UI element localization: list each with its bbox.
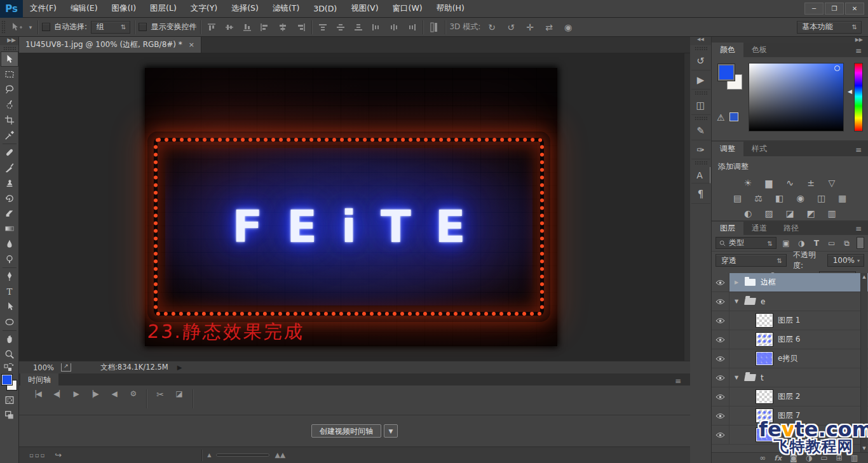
layer-row[interactable]	[712, 426, 868, 445]
timeline-type-dropdown[interactable]: ▼	[384, 424, 398, 438]
marquee-tool[interactable]	[1, 67, 18, 82]
align-left-icon[interactable]	[258, 20, 272, 34]
layer-thumbnail[interactable]	[756, 352, 773, 365]
layer-filtering-toggle[interactable]	[857, 237, 864, 249]
scroll-down-icon[interactable]: ▼	[862, 446, 865, 451]
layer-name[interactable]: t	[761, 373, 764, 382]
selective-color-icon[interactable]: ▥	[824, 207, 839, 219]
menu-3d[interactable]: 3D(D)	[306, 0, 344, 18]
pen-tool[interactable]	[1, 269, 18, 284]
layer-thumbnail[interactable]	[756, 314, 773, 327]
brightness-contrast-icon[interactable]: ☀	[740, 177, 756, 189]
auto-select-checkbox[interactable]	[42, 23, 50, 31]
layer-thumbnail[interactable]	[756, 333, 773, 346]
pasteboard[interactable]: FEiTE 23.静态效果完成	[19, 53, 690, 361]
minimize-button[interactable]: ─	[804, 3, 824, 15]
web-safe-color-swatch[interactable]	[729, 112, 738, 121]
layer-row[interactable]: 图层 2	[712, 387, 868, 406]
audio-toggle-icon[interactable]: ◀	[104, 389, 123, 398]
character-panel-icon[interactable]: A	[691, 167, 710, 184]
menu-layer[interactable]: 图层(L)	[143, 0, 184, 18]
path-selection-tool[interactable]	[1, 299, 18, 314]
3d-rotate-icon[interactable]: ↻	[484, 22, 499, 32]
history-brush-tool[interactable]	[1, 191, 18, 206]
tools-collapse-icon[interactable]: ▶▶	[0, 37, 18, 45]
quick-selection-tool[interactable]	[1, 97, 18, 112]
curves-icon[interactable]: ∿	[782, 177, 797, 189]
levels-icon[interactable]: ▆	[761, 177, 776, 189]
tab-color[interactable]: 颜色	[712, 43, 743, 57]
play-button[interactable]: ▶	[66, 389, 85, 398]
foreground-color-swatch[interactable]	[2, 375, 12, 385]
visibility-toggle[interactable]	[712, 368, 729, 387]
align-right-icon[interactable]	[294, 20, 308, 34]
healing-brush-tool[interactable]	[1, 145, 18, 160]
layer-name[interactable]: 边框	[761, 277, 776, 288]
layer-row-group[interactable]: ▼t	[712, 368, 868, 387]
layer-row[interactable]: 图层 7	[712, 406, 868, 426]
black-white-icon[interactable]: ◧	[772, 192, 787, 204]
preset-dropdown-icon[interactable]: ▾	[27, 24, 34, 30]
layer-row-group[interactable]: ▶边框	[712, 273, 868, 292]
menu-type[interactable]: 文字(Y)	[184, 0, 224, 18]
status-more-icon[interactable]: ▶	[177, 364, 182, 371]
tab-adjustments[interactable]: 调整	[712, 142, 743, 156]
filter-type-layers-icon[interactable]: T	[811, 239, 822, 248]
distribute-bottom-icon[interactable]	[351, 20, 365, 34]
clone-source-panel-icon[interactable]: ✑	[691, 140, 710, 159]
timeline-tab[interactable]: 时间轴	[20, 373, 58, 386]
layer-name[interactable]: 图层 2	[778, 391, 800, 402]
layer-name[interactable]: e拷贝	[778, 353, 797, 364]
zoom-out-mountain-icon[interactable]: ▲	[207, 452, 211, 458]
blend-mode-combo[interactable]: 穿透	[715, 254, 787, 267]
layer-name[interactable]: 图层 6	[778, 334, 800, 345]
delete-layer-icon[interactable]: ▥	[851, 453, 858, 462]
split-clip-scissors-icon[interactable]: ✂	[151, 389, 170, 399]
swap-colors-icon[interactable]	[1, 362, 18, 372]
layer-row-group[interactable]: ▼e	[712, 292, 868, 311]
crop-tool[interactable]	[1, 112, 18, 128]
auto-select-target-combo[interactable]: 组	[91, 21, 130, 34]
canvas-vertical-scrollbar[interactable]	[684, 53, 690, 361]
gradient-map-icon[interactable]: ◩	[803, 207, 818, 219]
transition-icon[interactable]: ◪	[170, 389, 189, 398]
menu-edit[interactable]: 编辑(E)	[64, 0, 105, 18]
3d-roll-icon[interactable]: ↺	[503, 22, 519, 32]
filter-adjustment-layers-icon[interactable]: ◑	[796, 239, 807, 248]
threshold-icon[interactable]: ◪	[782, 207, 797, 219]
document-tab[interactable]: 1U45UV8-1.jpg @ 100% (边框, RGB/8#) * ×	[19, 37, 201, 53]
saturation-brightness-field[interactable]	[749, 63, 844, 131]
invert-icon[interactable]: ◐	[740, 207, 756, 219]
screen-mode-button[interactable]	[1, 408, 18, 423]
timeline-zoom-slider[interactable]	[216, 453, 269, 457]
exposure-icon[interactable]: ±	[803, 177, 818, 189]
expand-triangle-icon[interactable]: ▶	[735, 279, 740, 285]
hand-tool[interactable]	[1, 332, 18, 347]
layer-row[interactable]: 图层 6	[712, 330, 868, 349]
layer-thumbnail[interactable]	[756, 409, 773, 422]
color-lookup-icon[interactable]: ▦	[835, 192, 850, 204]
layer-thumbnail[interactable]	[756, 428, 773, 441]
visibility-toggle[interactable]	[712, 387, 729, 406]
tab-close-icon[interactable]: ×	[189, 41, 194, 49]
close-button[interactable]: ✕	[845, 3, 864, 15]
gradient-tool[interactable]	[1, 221, 18, 236]
align-vcenter-icon[interactable]	[222, 20, 236, 34]
lasso-tool[interactable]	[1, 82, 18, 97]
actions-panel-icon[interactable]: ▶	[691, 70, 710, 90]
filter-shape-layers-icon[interactable]: ▭	[826, 239, 837, 248]
layer-style-fx-icon[interactable]: fx	[774, 454, 782, 462]
render-export-icon[interactable]: ↪	[55, 450, 62, 460]
distribute-hcenter-icon[interactable]	[387, 20, 401, 34]
create-video-timeline-button[interactable]: 创建视频时间轴	[311, 424, 381, 438]
color-panel-menu-icon[interactable]: ≡	[855, 46, 862, 57]
layer-row[interactable]: e拷贝	[712, 349, 868, 368]
properties-panel-icon[interactable]: ◫	[691, 96, 710, 115]
menu-file[interactable]: 文件(F)	[23, 0, 64, 18]
add-layer-mask-icon[interactable]: ◙	[790, 453, 797, 462]
type-tool[interactable]: T	[1, 284, 18, 299]
hue-saturation-icon[interactable]: ▤	[730, 192, 745, 204]
visibility-toggle[interactable]	[712, 349, 729, 368]
link-layers-icon[interactable]: ∞	[759, 453, 766, 462]
menu-view[interactable]: 视图(V)	[344, 0, 385, 18]
